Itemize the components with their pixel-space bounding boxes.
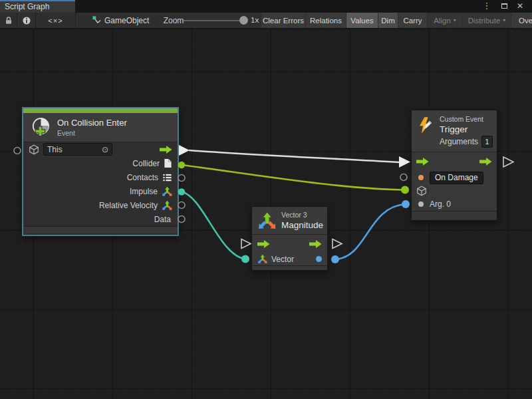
node-footer <box>23 226 178 233</box>
code-icon: <×> <box>48 17 63 25</box>
distribute-dropdown-button[interactable]: Distribute▾ <box>463 13 511 28</box>
node-header[interactable]: On Collision Enter Event <box>23 113 178 142</box>
zoom-value: 1x <box>251 13 259 28</box>
unity-visual-scripting-window: Script Graph ⋮ ✕ <×> <box>0 0 532 399</box>
overview-button[interactable]: Overview <box>511 13 532 28</box>
arguments-label: Arguments <box>440 137 478 146</box>
port-row-relative-velocity[interactable]: Relative Velocity <box>23 198 178 212</box>
carry-button[interactable]: Carry <box>398 13 427 28</box>
graph-toolbar: <×> GameObject Zoom 1x Clear Errors Rela… <box>0 13 532 29</box>
chevron-down-icon: ▾ <box>503 17 505 23</box>
vector3-icon <box>257 254 267 264</box>
node-title: Trigger <box>440 124 493 134</box>
node-footer <box>412 211 497 219</box>
string-input-port[interactable] <box>418 175 424 180</box>
lock-button[interactable] <box>0 13 17 28</box>
event-accent-strip <box>23 108 178 113</box>
arguments-count-field[interactable]: 1 <box>481 136 493 148</box>
flow-input-port[interactable] <box>416 158 429 166</box>
document-icon <box>164 158 172 168</box>
node-title: On Collision Enter <box>57 118 127 128</box>
target-port-row: This ⊙ <box>23 142 178 156</box>
align-dropdown-button[interactable]: Align▾ <box>428 13 462 28</box>
port-row-contacts[interactable]: Contacts <box>23 170 178 184</box>
list-icon <box>162 173 172 182</box>
event-name-field[interactable]: On Damage <box>430 172 483 184</box>
custom-event-bolt-pencil-icon <box>417 114 434 136</box>
node-vector3-magnitude[interactable]: Vector 3 Magnitude Vector <box>251 206 328 271</box>
target-object-field[interactable]: This ⊙ <box>43 143 112 156</box>
node-trigger-custom-event[interactable]: Custom Event Trigger Arguments 1 On Dama… <box>411 110 497 221</box>
gameobject-cube-icon <box>29 144 39 155</box>
window-menu-icon[interactable]: ⋮ <box>480 0 493 13</box>
tab-script-graph[interactable]: Script Graph <box>0 0 75 13</box>
port-row-collider[interactable]: Collider <box>23 156 178 170</box>
tab-title: Script Graph <box>5 2 49 11</box>
flow-input-port[interactable] <box>257 240 270 248</box>
gameobject-breadcrumb[interactable]: GameObject <box>104 13 158 28</box>
zoom-label: Zoom <box>163 13 184 28</box>
flow-port-row <box>412 152 497 171</box>
graph-pointer-icon <box>90 13 102 28</box>
values-toggle-button[interactable]: Values <box>346 13 378 28</box>
code-preview-button[interactable]: <×> <box>36 13 76 28</box>
float-output-port[interactable] <box>316 256 322 262</box>
clear-errors-button[interactable]: Clear Errors <box>261 13 305 28</box>
relations-button[interactable]: Relations <box>306 13 346 28</box>
gameobject-cube-icon <box>416 186 427 196</box>
lock-icon <box>4 16 13 25</box>
port-row-impulse[interactable]: Impulse <box>23 184 178 198</box>
port-row-vector[interactable]: Vector <box>252 253 327 265</box>
vector3-icon <box>162 200 172 211</box>
collision-event-icon <box>30 117 51 138</box>
port-row-data[interactable]: Data <box>23 212 178 226</box>
port-row-target[interactable] <box>412 184 497 198</box>
node-on-collision-enter[interactable]: On Collision Enter Event This ⊙ Collider <box>22 107 179 236</box>
object-picker-icon[interactable]: ⊙ <box>102 145 108 154</box>
zoom-slider-handle[interactable] <box>239 16 248 25</box>
arg0-input-port[interactable] <box>418 201 424 207</box>
zoom-slider-track[interactable] <box>184 20 245 21</box>
chevron-down-icon: ▾ <box>454 17 456 23</box>
vector3-icon <box>257 211 276 230</box>
vector3-icon <box>162 186 172 197</box>
flow-port-row <box>252 235 327 253</box>
node-subtitle: Event <box>57 129 127 137</box>
maximize-box-icon <box>501 3 507 9</box>
window-close-icon[interactable]: ✕ <box>513 0 527 13</box>
info-icon <box>22 16 31 25</box>
node-type-label: Vector 3 <box>281 211 323 219</box>
flow-output-port[interactable] <box>160 146 172 154</box>
flow-output-port[interactable] <box>309 240 322 248</box>
window-maximize-icon[interactable] <box>497 0 511 13</box>
dim-toggle-button[interactable]: Dim <box>378 13 398 28</box>
node-type-label: Custom Event <box>440 115 493 123</box>
inspect-button[interactable] <box>17 13 36 28</box>
node-header[interactable]: Custom Event Trigger Arguments 1 <box>412 110 497 152</box>
port-row-arg0[interactable]: Arg. 0 <box>412 198 497 211</box>
tab-strip: Script Graph ⋮ ✕ <box>0 0 532 13</box>
node-header[interactable]: Vector 3 Magnitude <box>252 207 327 235</box>
port-row-event-name[interactable]: On Damage <box>412 171 497 184</box>
node-title: Magnitude <box>281 220 323 230</box>
flow-output-port[interactable] <box>479 158 492 166</box>
node-footer <box>252 265 327 270</box>
